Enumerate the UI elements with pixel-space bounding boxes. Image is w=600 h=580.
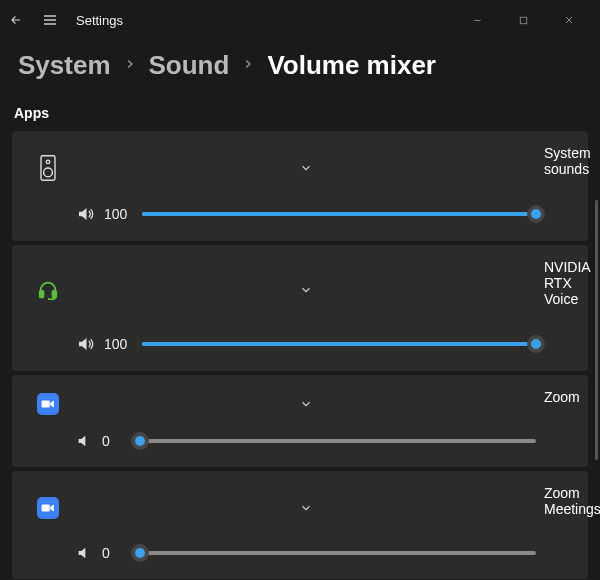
app-volume-card: Zoom Meetings0	[12, 471, 588, 579]
volume-slider[interactable]	[142, 337, 536, 351]
breadcrumb: System Sound Volume mixer	[0, 40, 600, 99]
app-icon	[28, 154, 68, 182]
minimize-button[interactable]	[454, 4, 500, 36]
volume-slider[interactable]	[142, 207, 536, 221]
page-title: Volume mixer	[267, 50, 436, 81]
volume-value: 0	[102, 545, 130, 561]
section-heading-apps: Apps	[0, 99, 600, 131]
titlebar: Settings	[0, 0, 600, 40]
expand-button[interactable]	[76, 397, 536, 411]
app-volume-card: System sounds100	[12, 131, 588, 241]
app-icon	[28, 497, 68, 519]
volume-value: 100	[104, 336, 132, 352]
scrollbar[interactable]	[595, 200, 598, 460]
volume-slider[interactable]	[140, 434, 536, 448]
close-button[interactable]	[546, 4, 592, 36]
volume-value: 0	[102, 433, 130, 449]
app-volume-card: NVIDIA RTX Voice100	[12, 245, 588, 371]
apps-list: System sounds100NVIDIA RTX Voice100Zoom0…	[0, 131, 600, 579]
window-title: Settings	[76, 13, 123, 28]
volume-icon[interactable]	[76, 335, 94, 353]
volume-slider[interactable]	[140, 546, 536, 560]
svg-rect-7	[42, 505, 50, 512]
menu-icon[interactable]	[42, 12, 58, 28]
volume-muted-icon[interactable]	[76, 545, 92, 561]
svg-point-2	[46, 160, 50, 164]
back-icon[interactable]	[8, 12, 24, 28]
expand-button[interactable]	[76, 283, 536, 297]
app-volume-card: Zoom0	[12, 375, 588, 467]
volume-muted-icon[interactable]	[76, 433, 92, 449]
chevron-right-icon	[123, 55, 137, 76]
expand-button[interactable]	[76, 501, 536, 515]
app-name: Zoom	[544, 389, 572, 405]
expand-button[interactable]	[76, 161, 536, 175]
app-name: System sounds	[544, 145, 572, 177]
svg-rect-4	[40, 291, 44, 297]
breadcrumb-sound[interactable]: Sound	[149, 50, 230, 81]
app-icon	[28, 279, 68, 301]
breadcrumb-system[interactable]: System	[18, 50, 111, 81]
app-name: NVIDIA RTX Voice	[544, 259, 572, 307]
app-icon	[28, 393, 68, 415]
svg-rect-6	[42, 401, 50, 408]
maximize-button[interactable]	[500, 4, 546, 36]
volume-icon[interactable]	[76, 205, 94, 223]
svg-point-3	[44, 168, 53, 177]
volume-value: 100	[104, 206, 132, 222]
svg-rect-0	[520, 17, 526, 23]
chevron-right-icon	[241, 55, 255, 76]
app-name: Zoom Meetings	[544, 485, 572, 517]
